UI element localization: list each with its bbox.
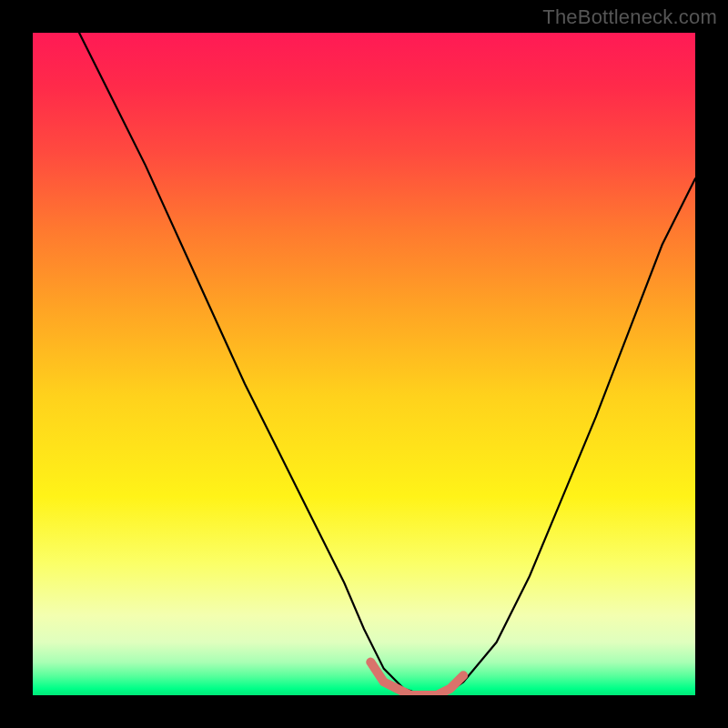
plot-area [33,33,695,695]
watermark-text: TheBottleneck.com [542,5,717,29]
optimal-zone-marker [370,662,463,695]
bottleneck-curve [79,33,695,695]
chart-frame: TheBottleneck.com [0,0,728,728]
curve-layer [33,33,695,695]
